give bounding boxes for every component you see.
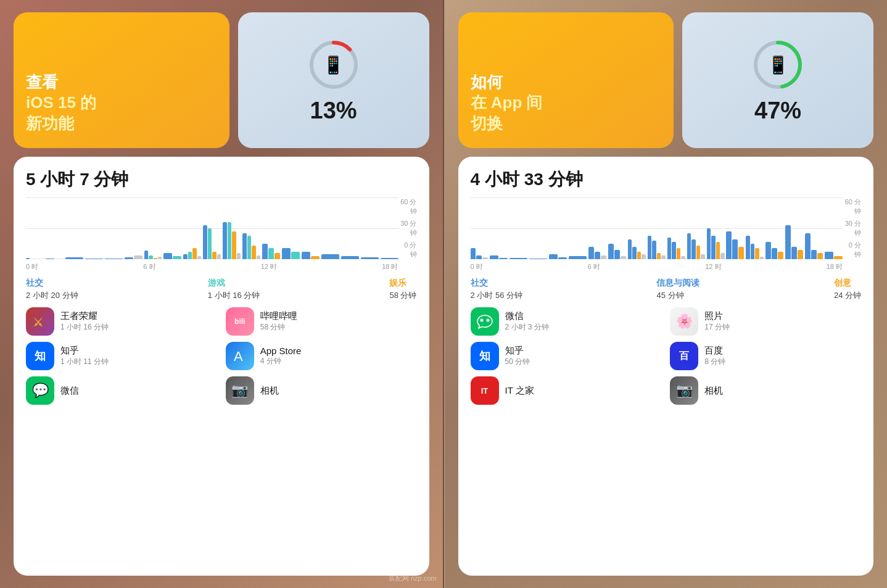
app-name-wechat: 微信 xyxy=(505,310,549,322)
right-battery-widget[interactable]: 📱 47% xyxy=(682,12,873,148)
x-label-6h: 6 时 xyxy=(143,262,155,271)
app-item-wzry[interactable]: ⚔ 王者荣耀 1 小时 16 分钟 xyxy=(26,307,217,336)
r-x-6h: 6 时 xyxy=(588,262,600,271)
bar-group-5h xyxy=(125,255,142,259)
app-icon-zhihu-r: 知 xyxy=(471,342,499,370)
x-label-0h: 0 时 xyxy=(26,262,38,271)
app-item-zhihu-r[interactable]: 知 知乎 50 分钟 xyxy=(471,342,662,370)
app-icon-bili: bili xyxy=(226,307,254,336)
app-item-appstore[interactable]: A App Store 4 分钟 xyxy=(226,342,417,370)
app-time-zhihu-r: 50 分钟 xyxy=(505,357,530,367)
right-tips-widget[interactable]: 如何 在 App 间 切换 xyxy=(458,12,674,148)
left-panel: 查看 iOS 15 的 新功能 📱 13% 5 小时 7 分钟 xyxy=(0,0,443,588)
app-name-photos: 照片 xyxy=(704,310,730,322)
app-item-wechat[interactable]: 微信 2 小时 3 分钟 xyxy=(471,307,662,336)
tips-line2: iOS 15 的 xyxy=(26,93,217,114)
bar-0h-social xyxy=(26,258,30,259)
app-info-bili: 哔哩哔哩 58 分钟 xyxy=(260,310,297,333)
r-x-12h: 12 时 xyxy=(705,262,721,271)
cat-social-time: 2 小时 20 分钟 xyxy=(26,290,78,301)
app-time-baidu: 8 分钟 xyxy=(704,357,725,367)
app-name-camera-r: 相机 xyxy=(704,385,723,397)
x-label-18h: 18 时 xyxy=(382,262,398,271)
bar-group-12h xyxy=(262,244,280,259)
cat-ent-time: 58 分钟 xyxy=(389,290,416,301)
r-x-18h: 18 时 xyxy=(827,262,843,271)
bar-group-4h xyxy=(105,259,123,259)
left-app-list: ⚔ 王者荣耀 1 小时 16 分钟 bili 哔哩哔哩 58 分钟 知 知乎 xyxy=(26,307,417,405)
app-info-wzry: 王者荣耀 1 小时 16 分钟 xyxy=(60,310,109,333)
r-cat-creative-name: 创意 xyxy=(834,278,861,289)
svg-point-6 xyxy=(480,319,483,322)
left-categories: 社交 2 小时 20 分钟 游戏 1 小时 16 分钟 娱乐 58 分钟 xyxy=(26,278,417,301)
bar-group-0h xyxy=(26,258,44,259)
r-cat-social-time: 2 小时 56 分钟 xyxy=(471,290,523,301)
cat-games-time: 1 小时 16 分钟 xyxy=(208,290,260,301)
r-cat-info-time: 45 分钟 xyxy=(656,290,699,301)
cat-social-name: 社交 xyxy=(26,278,78,289)
tips-line1: 查看 xyxy=(26,72,217,93)
r-cat-social-name: 社交 xyxy=(471,278,523,289)
cat-ent-name: 娱乐 xyxy=(389,278,416,289)
app-time-wechat: 2 小时 3 分钟 xyxy=(505,322,549,333)
right-panel: 如何 在 App 间 切换 📱 47% 4 小时 33 分钟 xyxy=(444,0,888,588)
bar-group-17h xyxy=(361,257,379,259)
right-tips-line2: 在 App 间 xyxy=(471,93,662,114)
app-time-appstore: 4 分钟 xyxy=(260,356,302,366)
app-item-baidu[interactable]: 百 百度 8 分钟 xyxy=(670,342,861,370)
left-battery-widget[interactable]: 📱 13% xyxy=(238,12,429,148)
r-y-label-60: 60 分钟 xyxy=(843,197,861,216)
left-y-labels: 60 分钟 30 分钟 0 分钟 xyxy=(398,197,417,259)
y-label-60: 60 分钟 xyxy=(398,197,417,216)
r-y-label-0: 0 分钟 xyxy=(843,241,861,259)
bar-group-15h xyxy=(321,254,339,259)
left-top-widgets: 查看 iOS 15 的 新功能 📱 13% xyxy=(14,12,429,148)
app-item-ithome[interactable]: IT IT 之家 xyxy=(471,376,662,405)
r-y-label-30: 30 分钟 xyxy=(843,219,861,238)
app-name-bili: 哔哩哔哩 xyxy=(260,310,297,322)
y-label-0: 0 分钟 xyxy=(398,241,417,259)
right-tips-line3: 切换 xyxy=(471,114,662,135)
right-tips-line1: 如何 xyxy=(471,72,662,93)
left-tips-widget[interactable]: 查看 iOS 15 的 新功能 xyxy=(14,12,229,148)
bar-group-11h xyxy=(242,233,260,259)
watermark-left: 装配网 nzp.com xyxy=(389,574,437,583)
left-x-labels: 0 时 6 时 12 时 18 时 xyxy=(26,262,398,271)
bar-group-13h xyxy=(282,248,300,259)
left-category-games: 游戏 1 小时 16 分钟 xyxy=(208,278,260,301)
right-category-info: 信息与阅读 45 分钟 xyxy=(656,278,699,301)
app-item-photos[interactable]: 🌸 照片 17 分钟 xyxy=(670,307,861,336)
bar-group-16h xyxy=(341,256,359,259)
app-item-weixin[interactable]: 💬 微信 xyxy=(26,376,217,405)
right-x-labels: 0 时 6 时 12 时 18 时 xyxy=(471,262,843,271)
left-category-social: 社交 2 小时 20 分钟 xyxy=(26,278,78,301)
bar-group-6h xyxy=(144,251,162,259)
app-item-camera-r[interactable]: 📷 相机 xyxy=(670,376,861,405)
r-x-0h: 0 时 xyxy=(471,262,483,271)
bar-group-2h xyxy=(65,257,83,259)
app-item-bili[interactable]: bili 哔哩哔哩 58 分钟 xyxy=(226,307,417,336)
r-cat-info-name: 信息与阅读 xyxy=(656,278,699,289)
app-item-zhihu[interactable]: 知 知乎 1 小时 11 分钟 xyxy=(26,342,217,370)
right-screen-time-card: 4 小时 33 分钟 60 分钟 30 分钟 0 分钟 xyxy=(458,157,874,576)
svg-text:A: A xyxy=(234,349,243,364)
app-item-camera-l[interactable]: 📷 相机 xyxy=(226,376,417,405)
right-category-social: 社交 2 小时 56 分钟 xyxy=(471,278,523,301)
app-icon-weixin: 💬 xyxy=(26,376,54,405)
battery-phone-icon: 📱 xyxy=(323,54,344,75)
right-bars xyxy=(471,197,843,259)
right-battery-percent: 47% xyxy=(754,97,801,124)
app-time-wzry: 1 小时 16 分钟 xyxy=(60,322,109,333)
right-y-labels: 60 分钟 30 分钟 0 分钟 xyxy=(843,197,861,259)
left-bars xyxy=(26,197,398,259)
app-info-weixin: 微信 xyxy=(60,385,79,397)
app-name-camera-l: 相机 xyxy=(260,385,279,397)
right-categories: 社交 2 小时 56 分钟 信息与阅读 45 分钟 创意 24 分钟 xyxy=(471,278,862,301)
app-icon-camera-l: 📷 xyxy=(226,376,254,405)
right-screen-time-title: 4 小时 33 分钟 xyxy=(471,168,862,191)
app-icon-appstore: A xyxy=(226,342,254,370)
left-screen-time-card: 5 小时 7 分钟 60 分钟 30 分钟 0 分钟 xyxy=(14,157,429,576)
right-battery-phone-icon: 📱 xyxy=(767,54,789,75)
app-icon-baidu: 百 xyxy=(670,342,698,370)
svg-text:⚔: ⚔ xyxy=(33,315,44,329)
